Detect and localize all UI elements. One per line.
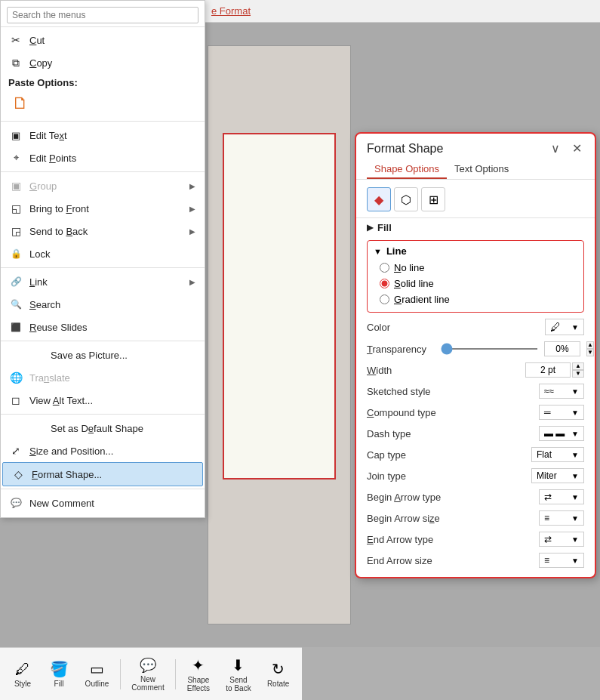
end-arrow-size-arrow: ▼	[571, 557, 579, 565]
toolbar: 🖊 Style 🪣 Fill ▭ Outline 💬 NewComment ✦ …	[0, 647, 302, 700]
toolbar-outline-btn[interactable]: ▭ Outline	[78, 656, 115, 692]
icon-tab-size[interactable]: ⊞	[421, 187, 445, 211]
color-control: 🖊 ▼	[545, 319, 584, 335]
cap-type-value: Flat	[537, 449, 552, 460]
radio-gradient-line-input[interactable]	[380, 294, 389, 304]
menu-item-bring-to-front[interactable]: ◱ Bring to Front ▶	[1, 197, 205, 220]
join-type-btn[interactable]: Miter ▼	[531, 468, 584, 483]
end-arrow-type-label: End Arrow type	[367, 534, 539, 545]
send-back-icon: ⬇	[232, 656, 245, 674]
search-input[interactable]	[7, 7, 198, 23]
transparency-spin-up[interactable]: ▲	[586, 341, 594, 349]
menu-item-view-alt-text[interactable]: ◻ View Alt Text...	[1, 389, 205, 412]
width-control: ▲ ▼	[525, 362, 584, 378]
width-spin-down[interactable]: ▼	[572, 370, 584, 378]
shape-format-tab[interactable]: e Format	[211, 5, 251, 17]
lock-icon: 🔒	[8, 246, 23, 261]
bring-to-front-icon: ◱	[8, 201, 23, 216]
sketched-style-value: ≈≈	[544, 386, 554, 396]
line-section-header[interactable]: ▼ Line	[368, 244, 583, 258]
menu-item-cut[interactable]: ✂ Cut	[1, 29, 205, 51]
menu-label-save-as-picture: Save as Picture...	[29, 350, 195, 361]
menu-item-translate: 🌐 Translate	[1, 366, 205, 389]
dash-type-arrow: ▼	[571, 430, 579, 438]
compound-type-btn[interactable]: ═ ▼	[539, 405, 584, 420]
divider-4	[1, 341, 205, 341]
reuse-slides-icon: ⬛	[8, 319, 23, 335]
cap-type-arrow: ▼	[571, 451, 579, 459]
icon-tab-effects[interactable]: ⬡	[394, 187, 418, 211]
cap-type-btn[interactable]: Flat ▼	[531, 447, 584, 462]
menu-item-reuse-slides[interactable]: ⬛ Reuse Slides	[1, 316, 205, 338]
menu-item-new-comment[interactable]: 💬 New Comment	[1, 492, 205, 514]
menu-label-set-default-shape: Set as Default Shape	[29, 423, 195, 434]
radio-solid-line-input[interactable]	[380, 279, 389, 288]
group-arrow: ▶	[189, 182, 195, 190]
join-type-label: Join type	[367, 470, 531, 482]
begin-arrow-type-btn[interactable]: ⇄ ▼	[539, 489, 584, 504]
line-section-wrapper: ▼ Line No line Solid line Gradient line	[356, 240, 595, 313]
panel-minimize-btn[interactable]: ∨	[549, 141, 562, 156]
menu-item-set-default-shape[interactable]: Set as Default Shape	[1, 417, 205, 439]
search-icon: 🔍	[8, 297, 23, 312]
rotate-icon: ↻	[272, 660, 285, 678]
size-icon: ⊞	[429, 193, 438, 207]
menu-item-format-shape[interactable]: ◇ Format Shape...	[2, 462, 203, 486]
menu-item-lock[interactable]: 🔒 Lock	[1, 242, 205, 265]
menu-item-link[interactable]: 🔗 Link ▶	[1, 270, 205, 293]
transparency-slider[interactable]	[441, 348, 538, 350]
color-picker-btn[interactable]: 🖊 ▼	[545, 319, 584, 335]
toolbar-send-to-back-btn[interactable]: ⬇ Sendto Back	[220, 652, 258, 696]
send-to-back-icon: ◲	[8, 224, 23, 239]
toolbar-fill-btn[interactable]: 🪣 Fill	[42, 656, 75, 692]
menu-label-new-comment: New Comment	[29, 498, 195, 509]
menu-item-save-as-picture[interactable]: Save as Picture...	[1, 344, 205, 366]
begin-arrow-size-btn[interactable]: ≡ ▼	[539, 510, 584, 526]
menu-item-copy[interactable]: ⧉ Copy	[1, 51, 205, 74]
slide-content	[208, 45, 351, 624]
paste-icon-btn-1[interactable]: 🗋	[8, 91, 32, 116]
fill-label: Fill	[54, 680, 64, 688]
transparency-input[interactable]	[544, 341, 580, 356]
menu-label-lock: Lock	[29, 248, 195, 260]
dash-type-btn[interactable]: ▬ ▬ ▼	[539, 426, 584, 441]
bring-to-front-arrow: ▶	[189, 205, 195, 213]
panel-close-btn[interactable]: ✕	[570, 141, 584, 156]
width-spin-up[interactable]: ▲	[572, 362, 584, 370]
menu-item-size-and-position[interactable]: ⤢ Size and Position...	[1, 439, 205, 462]
radio-solid-line: Solid line	[380, 276, 571, 291]
toolbar-shape-effects-btn[interactable]: ✦ ShapeEffects	[180, 652, 217, 696]
cap-type-control: Flat ▼	[531, 447, 584, 462]
menu-item-edit-points[interactable]: ⌖ Edit Points	[1, 146, 205, 169]
transparency-spin-down[interactable]: ▼	[586, 349, 594, 356]
menu-item-edit-text[interactable]: ▣ Edit Text	[1, 124, 205, 146]
toolbar-style-btn[interactable]: 🖊 Style	[6, 657, 39, 692]
join-type-value: Miter	[537, 470, 557, 481]
menu-item-send-to-back[interactable]: ◲ Send to Back ▶	[1, 220, 205, 242]
sketched-style-btn[interactable]: ≈≈ ▼	[539, 384, 584, 399]
menu-item-search[interactable]: 🔍 Search	[1, 293, 205, 316]
width-input[interactable]	[525, 362, 571, 378]
end-arrow-size-btn[interactable]: ≡ ▼	[539, 553, 584, 568]
color-label: Color	[367, 322, 545, 333]
size-position-icon: ⤢	[8, 443, 23, 458]
line-chevron: ▼	[374, 247, 382, 256]
style-label: Style	[14, 680, 31, 688]
tab-shape-options[interactable]: Shape Options	[367, 160, 447, 179]
prop-join-type: Join type Miter ▼	[356, 465, 595, 486]
end-arrow-type-btn[interactable]: ⇄ ▼	[539, 532, 584, 547]
fill-section-header[interactable]: ▶ Fill	[367, 218, 584, 237]
paste-options-label: Paste Options:	[8, 77, 197, 88]
toolbar-rotate-btn[interactable]: ↻ Rotate	[260, 656, 296, 692]
dash-type-label: Dash type	[367, 428, 539, 439]
radio-no-line-input[interactable]	[380, 263, 389, 273]
join-type-arrow: ▼	[571, 472, 579, 480]
tab-text-options[interactable]: Text Options	[447, 160, 516, 179]
icon-tab-fill-line[interactable]: ◆	[367, 187, 391, 211]
dash-type-control: ▬ ▬ ▼	[539, 426, 584, 441]
divider-5	[1, 414, 205, 415]
prop-compound-type: Compound type ═ ▼	[356, 402, 595, 423]
begin-arrow-size-label: Begin Arrow size	[367, 513, 539, 524]
toolbar-new-comment-btn[interactable]: 💬 NewComment	[125, 653, 171, 695]
sketched-style-label: Sketched style	[367, 386, 539, 397]
